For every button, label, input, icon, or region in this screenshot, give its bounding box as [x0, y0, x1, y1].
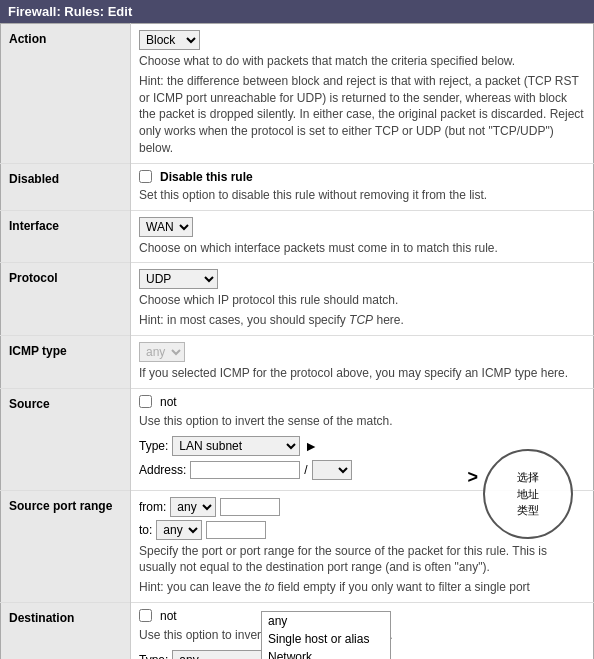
dropdown-option-network[interactable]: Network: [262, 648, 390, 659]
destination-type-label: Type:: [139, 653, 168, 659]
source-to-select[interactable]: any: [156, 520, 202, 540]
protocol-hint2-end: here.: [376, 313, 403, 327]
dropdown-option-any[interactable]: any: [262, 612, 390, 630]
disabled-label: Disabled: [1, 163, 131, 210]
source-type-arrow: ►: [304, 438, 318, 454]
disabled-checkbox-label: Disable this rule: [160, 170, 253, 184]
from-label: from:: [139, 500, 166, 514]
source-not-label: not: [160, 395, 177, 409]
interface-content: WAN LAN Choose on which interface packet…: [131, 210, 594, 263]
source-from-input[interactable]: [220, 498, 280, 516]
action-hint2: Hint: the difference between block and r…: [139, 73, 585, 157]
source-not-checkbox[interactable]: [139, 395, 152, 408]
icmp-type-label: ICMP type: [1, 335, 131, 388]
balloon-arrow: >: [467, 467, 478, 488]
protocol-hint2-italic: TCP: [349, 313, 373, 327]
source-address-label: Address:: [139, 463, 186, 477]
destination-not-checkbox[interactable]: [139, 609, 152, 622]
source-content: not Use this option to invert the sense …: [131, 388, 594, 490]
source-port-hint2: Hint: you can leave the to field empty i…: [139, 579, 585, 596]
source-port-hint1: Specify the port or port range for the s…: [139, 543, 585, 577]
source-type-label: Type:: [139, 439, 168, 453]
balloon-text: 选择地址类型: [517, 469, 539, 519]
type-dropdown-popup: any Single host or alias Network WAN add…: [261, 611, 391, 659]
source-address-mask[interactable]: [312, 460, 352, 480]
interface-label: Interface: [1, 210, 131, 263]
source-port-range-label: Source port range: [1, 490, 131, 602]
icmp-type-content: any If you selected ICMP for the protoco…: [131, 335, 594, 388]
source-not-hint: Use this option to invert the sense of t…: [139, 413, 585, 430]
to-label: to:: [139, 523, 152, 537]
source-to-input[interactable]: [206, 521, 266, 539]
action-label: Action: [1, 24, 131, 164]
page-title: Firewall: Rules: Edit: [0, 0, 594, 23]
destination-not-label: not: [160, 609, 177, 623]
source-type-select[interactable]: any Single host or alias Network WAN add…: [172, 436, 300, 456]
action-hint1: Choose what to do with packets that matc…: [139, 53, 585, 70]
source-port-hint2-italic: to: [264, 580, 274, 594]
source-address-input[interactable]: [190, 461, 300, 479]
source-label: Source: [1, 388, 131, 490]
disabled-hint: Set this option to disable this rule wit…: [139, 187, 585, 204]
dropdown-option-single[interactable]: Single host or alias: [262, 630, 390, 648]
action-select[interactable]: Block Reject Pass: [139, 30, 200, 50]
disabled-checkbox[interactable]: [139, 170, 152, 183]
protocol-label: Protocol: [1, 263, 131, 336]
protocol-hint1: Choose which IP protocol this rule shoul…: [139, 292, 585, 309]
interface-hint: Choose on which interface packets must c…: [139, 240, 585, 257]
interface-select[interactable]: WAN LAN: [139, 217, 193, 237]
icmp-type-select[interactable]: any: [139, 342, 185, 362]
balloon: 选择地址类型: [483, 449, 573, 539]
icmp-type-hint: If you selected ICMP for the protocol ab…: [139, 365, 585, 382]
action-content: Block Reject Pass Choose what to do with…: [131, 24, 594, 164]
protocol-select[interactable]: TCP UDP TCP/UDP ICMP any: [139, 269, 218, 289]
destination-label: Destination: [1, 602, 131, 659]
source-port-hint2-end: field empty if you only want to filter a…: [278, 580, 530, 594]
protocol-content: TCP UDP TCP/UDP ICMP any Choose which IP…: [131, 263, 594, 336]
source-address-slash: /: [304, 463, 307, 477]
protocol-hint2: Hint: in most cases, you should specify …: [139, 312, 585, 329]
source-from-select[interactable]: any: [170, 497, 216, 517]
disabled-content: Disable this rule Set this option to dis…: [131, 163, 594, 210]
